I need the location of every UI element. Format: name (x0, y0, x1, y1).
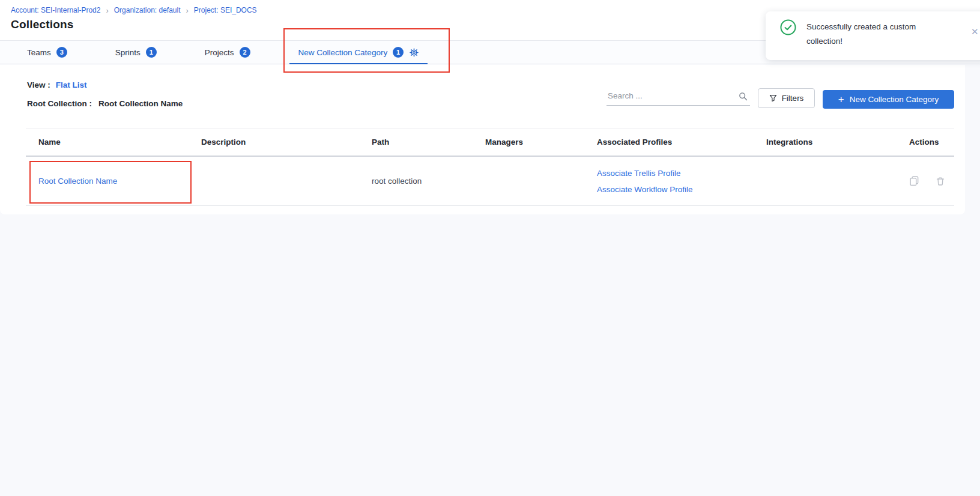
tab-teams-count-badge: 3 (56, 47, 67, 58)
check-circle-icon (780, 19, 796, 35)
tab-new-collection-category-count-badge: 1 (393, 47, 404, 58)
actions-cell (909, 176, 954, 186)
column-header-description: Description (201, 138, 372, 147)
tab-sprints-count-badge: 1 (146, 47, 157, 58)
tab-projects-count-badge: 2 (240, 47, 250, 58)
trash-icon[interactable] (936, 177, 945, 186)
collection-name-link[interactable]: Root Collection Name (38, 177, 117, 186)
chevron-right-icon: › (106, 6, 108, 14)
column-header-integrations: Integrations (766, 138, 909, 147)
tab-projects-label: Projects (205, 48, 234, 57)
new-collection-category-button[interactable]: + New Collection Category (823, 90, 954, 109)
column-header-managers: Managers (485, 138, 597, 147)
column-header-name: Name (38, 138, 201, 147)
breadcrumb-organization-link[interactable]: Organization: default (114, 6, 181, 14)
breadcrumb-project-link[interactable]: Project: SEI_DOCS (194, 6, 257, 14)
associate-workflow-profile-link[interactable]: Associate Workflow Profile (597, 185, 766, 194)
collections-table: Name Description Path Managers Associate… (26, 128, 954, 206)
collection-path-cell: root collection (372, 177, 485, 186)
copy-icon[interactable] (909, 176, 919, 186)
flat-list-link[interactable]: Flat List (56, 80, 87, 89)
tab-projects[interactable]: Projects 2 (205, 41, 250, 64)
table-header-row: Name Description Path Managers Associate… (26, 128, 954, 157)
tab-teams[interactable]: Teams 3 (27, 41, 67, 64)
root-collection-label: Root Collection : (27, 99, 92, 108)
filters-button[interactable]: Filters (758, 88, 815, 108)
tab-new-collection-category-label: New Collection Category (298, 48, 388, 57)
funnel-icon (769, 94, 777, 102)
collections-panel: View : Flat List Root Collection : Root … (0, 65, 965, 214)
table-row: Root Collection Name root collection Ass… (26, 157, 954, 206)
chevron-right-icon: › (186, 6, 189, 14)
filters-button-label: Filters (782, 94, 804, 103)
search-input[interactable] (606, 88, 750, 106)
tab-new-collection-category[interactable]: New Collection Category 1 (298, 41, 419, 64)
tab-sprints[interactable]: Sprints 1 (115, 41, 157, 64)
toast-message: Successfully created a custom collection… (806, 20, 933, 49)
new-collection-category-button-label: New Collection Category (850, 95, 939, 104)
close-icon[interactable]: ✕ (971, 27, 979, 36)
column-header-actions: Actions (909, 138, 954, 147)
view-label: View : (27, 80, 50, 89)
breadcrumb-account-link[interactable]: Account: SEI-Internal-Prod2 (11, 6, 100, 14)
column-header-path: Path (372, 138, 485, 147)
search-box (606, 88, 750, 106)
gear-icon[interactable] (410, 48, 419, 57)
root-collection-value: Root Collection Name (98, 99, 183, 108)
search-icon[interactable] (739, 92, 748, 101)
column-header-associated-profiles: Associated Profiles (597, 138, 766, 147)
associated-profiles-cell: Associate Trellis Profile Associate Work… (597, 169, 766, 194)
plus-icon: + (838, 94, 844, 104)
tab-teams-label: Teams (27, 48, 51, 57)
tab-sprints-label: Sprints (115, 48, 141, 57)
success-toast: Successfully created a custom collection… (766, 11, 980, 60)
associate-trellis-profile-link[interactable]: Associate Trellis Profile (597, 169, 766, 178)
